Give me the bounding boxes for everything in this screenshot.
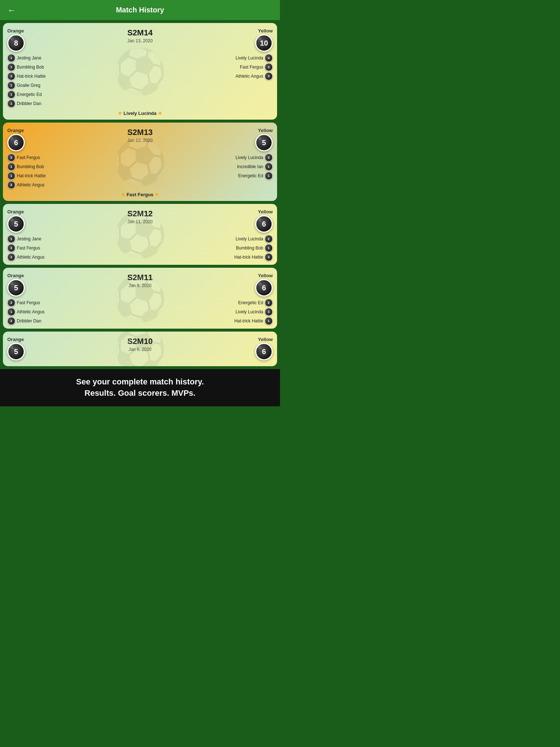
yellow-team-col: Yellow 5	[172, 128, 273, 151]
scorer-ball: 1	[265, 317, 273, 325]
scorer-ball: 3	[265, 308, 273, 316]
scorer-ball: 1	[265, 163, 273, 171]
scorer-ball: 3	[265, 154, 273, 162]
scorer-item: 1 Jesting Jane	[7, 54, 124, 62]
scorer-item: 3 Lively Lucinda	[236, 308, 273, 316]
scorer-item: 1 Jesting Jane	[7, 235, 124, 243]
yellow-score-ball: 6	[255, 279, 273, 297]
match-header-row: Orange 8 S2M14 Jan 13, 2020 Yellow 10	[7, 28, 273, 52]
scorer-item: 2 Fast Fergus	[7, 244, 124, 252]
scorer-name: Lively Lucinda	[236, 155, 263, 160]
back-button[interactable]: ←	[7, 5, 16, 15]
scorer-ball: 2	[7, 299, 15, 307]
match-card: Orange 5 S2M10 Jan 6, 2020 Yellow 6	[3, 332, 277, 366]
match-date: Jan 9, 2020	[129, 283, 152, 288]
scorer-name: Goalie Greg	[17, 83, 40, 88]
center-col: S2M12 Jan 11, 2020	[108, 209, 172, 224]
orange-team-label: Orange	[7, 28, 24, 34]
match-date: Jan 6, 2020	[129, 347, 152, 352]
scorer-name: Fast Fergus	[17, 245, 40, 251]
match-id: S2M10	[127, 337, 153, 346]
scorers-row: 1 Jesting Jane 2 Fast Fergus 2 Athletic …	[7, 235, 273, 261]
scorer-ball: 1	[7, 81, 15, 89]
match-list: Orange 8 S2M14 Jan 13, 2020 Yellow 10 1 …	[0, 20, 280, 369]
scorer-ball: 1	[7, 54, 15, 62]
scorer-ball: 1	[7, 90, 15, 98]
center-col: S2M14 Jan 13, 2020	[108, 28, 172, 43]
scorer-item: 1 Bumbling Bob	[236, 244, 273, 252]
scorer-name: Energetic Ed	[17, 92, 42, 97]
scorer-item: 2 Fast Fergus	[7, 299, 124, 307]
yellow-team-label: Yellow	[258, 273, 273, 278]
match-date: Jan 13, 2020	[127, 38, 152, 43]
match-header-row: Orange 5 S2M11 Jan 9, 2020 Yellow 6	[7, 273, 273, 297]
scorer-item: 3 Fast Fergus	[240, 63, 273, 71]
scorer-ball: 3	[265, 72, 273, 80]
page-title: Match History	[7, 6, 273, 14]
scorer-item: 1 Bumbling Bob	[7, 63, 124, 71]
scorer-item: 3 Lively Lucinda	[236, 154, 273, 162]
yellow-team-label: Yellow	[258, 209, 273, 214]
scorer-name: Bumbling Bob	[236, 245, 263, 251]
scorer-name: Fast Fergus	[240, 65, 263, 70]
orange-scorers: 1 Jesting Jane 2 Fast Fergus 2 Athletic …	[7, 235, 124, 261]
scorer-name: Athletic Angus	[17, 182, 44, 187]
scorer-name: Hat-trick Hattie	[234, 318, 263, 324]
scorer-item: 1 Incredible Ian	[237, 163, 273, 171]
match-card: Orange 6 S2M13 Jan 12, 2020 Yellow 5 2 F…	[3, 123, 277, 201]
scorer-item: 2 Fast Fergus	[7, 154, 124, 162]
yellow-team-col: Yellow 6	[172, 209, 273, 233]
scorer-item: 3 Hat-trick Hattie	[7, 72, 124, 80]
orange-team-label: Orange	[7, 209, 24, 214]
scorer-name: Athletic Angus	[236, 74, 263, 79]
mvp-name: Fast Fergus	[127, 192, 155, 197]
orange-score-ball: 5	[7, 279, 25, 297]
scorer-item: 1 Energetic Ed	[238, 172, 273, 180]
yellow-scorers: 2 Energetic Ed 3 Lively Lucinda 1 Hat-tr…	[156, 299, 273, 325]
scorer-ball: 1	[7, 308, 15, 316]
match-card: Orange 5 S2M12 Jan 11, 2020 Yellow 6 1 J…	[3, 204, 277, 265]
match-id: S2M12	[127, 209, 153, 218]
orange-team-col: Orange 5	[7, 209, 108, 233]
scorer-name: Jesting Jane	[17, 55, 41, 61]
scorers-row: 2 Fast Fergus 1 Athletic Angus 2 Dribble…	[7, 299, 273, 325]
star-left: ★	[118, 111, 122, 116]
yellow-scorers: 2 Lively Lucinda 1 Bumbling Bob 3 Hat-tr…	[156, 235, 273, 261]
scorers-row: 2 Fast Fergus 1 Bumbling Bob 1 Hat-trick…	[7, 154, 273, 189]
center-col: S2M10 Jan 6, 2020	[108, 337, 172, 352]
scorer-name: Dribbler Dan	[17, 101, 41, 106]
scorer-ball: 2	[7, 154, 15, 162]
match-date: Jan 11, 2020	[127, 219, 152, 224]
scorer-name: Lively Lucinda	[236, 236, 263, 241]
scorer-item: 2 Dribbler Dan	[7, 317, 124, 325]
orange-team-col: Orange 5	[7, 337, 108, 360]
yellow-team-label: Yellow	[258, 128, 273, 133]
scorer-name: Athletic Angus	[17, 309, 44, 314]
promo-area: See your complete match history. Results…	[0, 369, 280, 406]
orange-score-ball: 6	[7, 134, 25, 151]
scorer-name: Hat-trick Hattie	[234, 255, 263, 260]
scorer-ball: 1	[7, 100, 15, 108]
scorer-name: Lively Lucinda	[236, 55, 263, 61]
center-col: S2M13 Jan 12, 2020	[108, 128, 172, 143]
scorer-name: Hat-trick Hattie	[17, 74, 46, 79]
match-header-row: Orange 6 S2M13 Jan 12, 2020 Yellow 5	[7, 128, 273, 151]
promo-text: See your complete match history. Results…	[6, 376, 274, 399]
scorer-name: Energetic Ed	[238, 300, 263, 305]
scorer-name: Fast Fergus	[17, 155, 40, 160]
orange-team-label: Orange	[7, 128, 24, 133]
match-date: Jan 12, 2020	[127, 138, 152, 143]
header: ← Match History	[0, 0, 280, 20]
star-left: ★	[121, 192, 125, 197]
scorer-name: Bumbling Bob	[17, 65, 44, 70]
scorer-item: 1 Athletic Angus	[7, 308, 124, 316]
scorer-name: Athletic Angus	[17, 255, 44, 260]
orange-team-col: Orange 5	[7, 273, 108, 297]
scorer-name: Hat-trick Hattie	[17, 173, 46, 178]
yellow-score-ball: 6	[255, 343, 273, 360]
scorer-item: 3 Hat-trick Hattie	[234, 253, 273, 261]
yellow-scorers: 4 Lively Lucinda 3 Fast Fergus 3 Athleti…	[156, 54, 273, 108]
scorer-name: Jesting Jane	[17, 236, 41, 241]
scorer-ball: 1	[265, 172, 273, 180]
scorer-item: 1 Goalie Greg	[7, 81, 124, 89]
